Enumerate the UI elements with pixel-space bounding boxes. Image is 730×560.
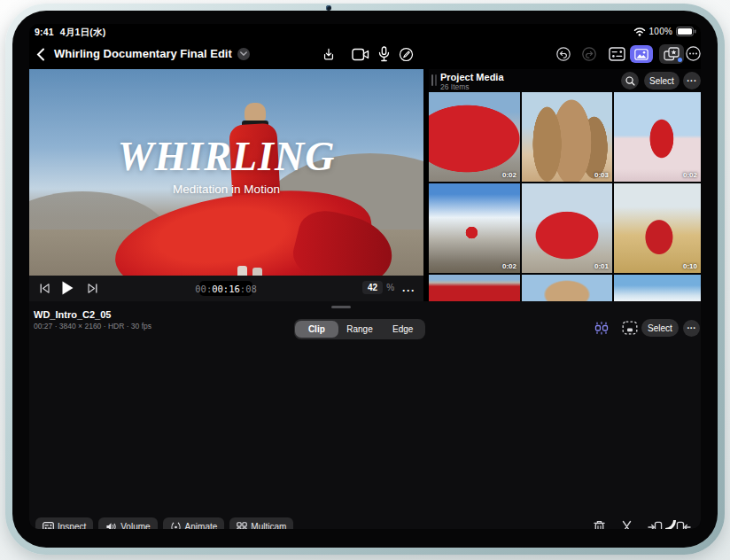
media-thumbnail-sky-clouds[interactable] [614,275,701,301]
animate-button[interactable]: Animate [163,517,225,529]
zoom-value[interactable]: 42 [362,281,383,294]
overwrite-clip-icon[interactable] [676,519,691,529]
panel-drag-handle[interactable] [431,74,433,86]
panel-drag-handle2 [435,74,437,86]
dancer-leg-right [252,268,262,276]
back-button[interactable] [32,45,50,63]
status-time: 9:41 [35,27,54,39]
connect-overlay-icon[interactable] [621,319,639,337]
media-thumbnail-red-fabric[interactable] [429,275,520,301]
more-options-button[interactable] [686,46,701,61]
thumbnail-duration: 0:02 [502,171,516,179]
timeline-clip-meta: 00:27 · 3840 × 2160 · HDR · 30 fps [34,322,151,331]
snapping-icon[interactable] [593,319,610,337]
battery-percent: 100% [649,27,672,36]
viewer-subtitle: Meditation in Motion [29,183,423,196]
dancer-leg-left [237,266,247,276]
viewer-more-button[interactable]: ··· [402,284,415,297]
media-thumbnail-canyon-rocks[interactable]: 0:03 [522,92,612,182]
record-audio-button[interactable] [377,44,391,64]
inspect-label: Inspect [58,522,86,529]
timecode-hours: 00: [195,284,212,294]
edit-actions [593,519,691,529]
media-more-button[interactable]: ··· [683,72,701,89]
import-media-button[interactable] [320,44,338,64]
media-thumbnail-salt-flat[interactable]: 0:02 [614,92,701,182]
animate-label: Animate [185,522,218,529]
titles-effects-button[interactable] [659,44,684,64]
notification-dot [678,58,682,62]
media-select-button[interactable]: Select [644,72,680,89]
project-title: Whirling Documentary Final Edit [54,47,232,60]
search-button[interactable] [621,72,639,89]
project-media-title: Project Media [440,72,504,82]
media-thumbnail-badlands-sky[interactable]: 0:02 [429,183,520,273]
viewer-title: WHIRLING [29,133,423,180]
timeline-select-button[interactable]: Select [641,319,679,337]
media-thumbnail-tall-grass[interactable]: 0:10 [614,183,701,273]
skip-back-icon[interactable] [38,283,50,294]
video-viewer[interactable]: WHIRLING Meditation in Motion [29,69,423,276]
delete-icon[interactable] [593,519,606,529]
dancer-hat [245,103,266,122]
blade-cut-icon[interactable] [619,519,634,529]
status-bar-left: 9:41 4月1日(水) [35,27,105,39]
thumbnail-duration: 0:10 [683,262,697,270]
mode-range[interactable]: Range [338,321,382,338]
front-camera [326,5,331,11]
media-thumbnail-hat-closeup[interactable] [522,275,612,301]
draw-pencil-button[interactable] [397,45,415,63]
project-media-count: 26 Items [440,82,470,91]
timecode-display[interactable]: 00:00:16:08 [199,281,252,296]
inspect-button[interactable]: Inspect [35,517,93,529]
title-chevron-down-icon[interactable] [237,48,250,60]
timeline-section: WD_Intro_C2_05 00:27 · 3840 × 2160 · HDR… [29,301,701,529]
media-browser-button-active[interactable] [630,45,653,63]
status-bar-right: 100% [633,27,696,36]
timeline-drag-handle[interactable] [331,306,351,308]
redo-button[interactable] [581,46,596,61]
mode-clip[interactable]: Clip [295,321,338,338]
record-video-button[interactable] [350,45,371,63]
battery-icon [676,27,696,36]
undo-button[interactable] [555,46,571,61]
timecode-main: 00:16 [212,284,240,294]
multicam-button[interactable]: Multicam [229,517,293,529]
thumbnail-duration: 0:03 [594,171,609,179]
mode-edge[interactable]: Edge [381,321,424,338]
status-date: 4月1日(水) [60,27,106,39]
multicam-label: Multicam [251,522,286,529]
project-title-row[interactable]: Whirling Documentary Final Edit [54,47,250,60]
thumbnail-duration: 0:01 [594,262,609,270]
timecode-frames: :08 [240,284,257,294]
timeline-clip-name: WD_Intro_C2_05 [34,309,111,320]
edit-mode-segmented-control[interactable]: Clip Range Edge [294,319,425,339]
play-button[interactable] [61,280,74,296]
transport-bar: 00:00:16:08 42 % ··· [29,276,423,301]
zoom-unit: % [386,283,394,292]
zoom-control[interactable]: 42 % [362,281,394,294]
skip-forward-icon[interactable] [86,283,98,294]
volume-button[interactable]: Volume [98,517,157,529]
media-thumbnail-whirl-closeup[interactable]: 0:02 [429,92,520,182]
insert-clip-icon[interactable] [648,519,663,529]
project-media-panel: Project Media 26 Items Select ··· 0:020:… [429,69,701,301]
timeline-more-button[interactable]: ··· [683,320,700,337]
screen: 9:41 4月1日(水) 100% Whirling Documentary F… [29,24,701,529]
media-thumbnail-whirl-full[interactable]: 0:01 [522,183,612,273]
bottom-toolbar: Inspect Volume Animate Multicam [35,517,293,529]
wifi-icon [633,27,646,36]
volume-label: Volume [120,522,150,529]
inspector-panel-button[interactable] [607,46,626,62]
thumbnail-duration: 0:02 [683,171,697,179]
thumbnail-duration: 0:02 [502,262,516,270]
